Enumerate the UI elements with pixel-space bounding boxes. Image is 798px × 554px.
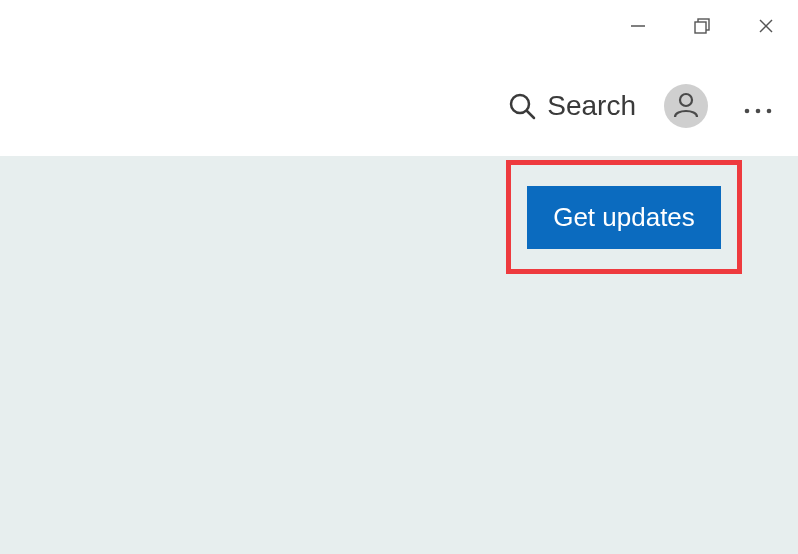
highlight-annotation: Get updates [506,160,742,274]
svg-point-8 [745,108,750,113]
svg-point-10 [767,108,772,113]
person-icon [671,89,701,123]
search-button[interactable]: Search [507,90,636,122]
maximize-icon [693,17,711,39]
search-icon [507,91,537,121]
minimize-button[interactable] [606,0,670,56]
more-button[interactable] [736,91,780,122]
search-label: Search [547,90,636,122]
svg-line-6 [527,111,534,118]
account-button[interactable] [664,84,708,128]
get-updates-button[interactable]: Get updates [527,186,721,249]
maximize-button[interactable] [670,0,734,56]
svg-rect-2 [695,22,706,33]
app-toolbar: Search [0,56,798,156]
content-area: Get updates [0,156,798,554]
window-titlebar [0,0,798,56]
close-icon [757,17,775,39]
minimize-icon [629,17,647,39]
svg-point-7 [680,94,692,106]
ellipsis-icon [743,91,773,122]
svg-point-9 [756,108,761,113]
close-button[interactable] [734,0,798,56]
